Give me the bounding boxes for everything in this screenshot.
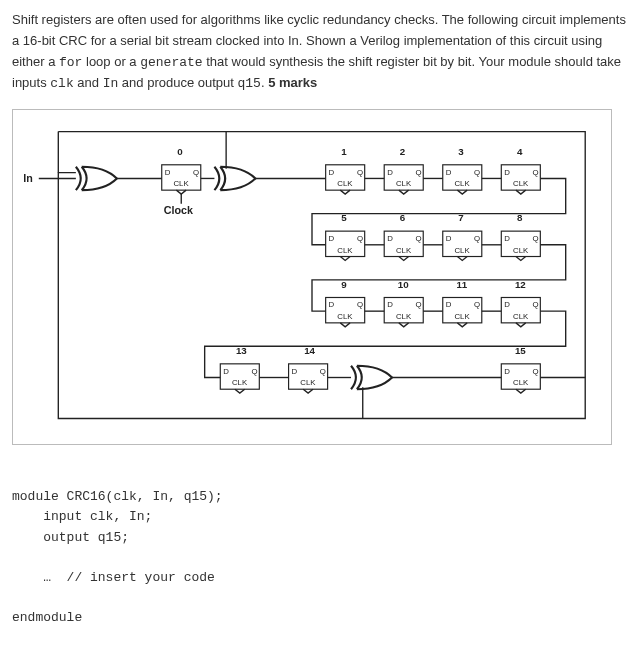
code-line: … // insert your code (12, 570, 215, 585)
flip-flop-0 (162, 165, 201, 194)
ff-index: 4 (517, 146, 523, 157)
ff-index: 1 (341, 146, 347, 157)
ff-row-4: 13 14 15 (220, 345, 540, 393)
ff-index: 2 (400, 146, 406, 157)
ff-index: 3 (458, 146, 464, 157)
code-line: input clk, In; (12, 509, 152, 524)
marks-label: 5 marks (268, 75, 317, 90)
ff-row-3: 9 10 11 12 (326, 279, 541, 327)
keyword-generate: generate (140, 55, 202, 70)
text-fragment: and (74, 75, 103, 90)
crc-circuit-diagram: D Q CLK In 0 1 2 3 4 5 (12, 109, 612, 445)
keyword-clk: clk (50, 76, 73, 91)
keyword-in: In (103, 76, 119, 91)
verilog-code-block: module CRC16(clk, In, q15); input clk, I… (12, 467, 629, 628)
crc-svg: D Q CLK In 0 1 2 3 4 5 (19, 116, 605, 438)
text-fragment: and produce output (118, 75, 237, 90)
code-line: endmodule (12, 610, 82, 625)
xor-gate-icon (351, 366, 392, 389)
clock-label: Clock (164, 204, 193, 216)
ff-row-2: 5 6 7 8 (326, 213, 541, 261)
ff-index: 0 (177, 146, 183, 157)
keyword-for: for (59, 55, 82, 70)
question-paragraph: Shift registers are often used for algor… (12, 10, 629, 95)
text-fragment: loop or a (82, 54, 140, 69)
in-pin-label: In (23, 173, 33, 185)
code-line: output q15; (12, 530, 129, 545)
keyword-q15: q15 (238, 76, 261, 91)
xor-gate-icon (214, 167, 255, 190)
xor-gate-icon (76, 167, 117, 190)
code-line: module CRC16(clk, In, q15); (12, 489, 223, 504)
ff-row-1: 1 2 3 4 (255, 146, 540, 194)
